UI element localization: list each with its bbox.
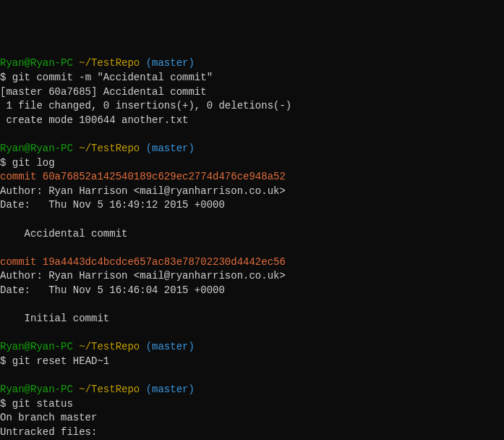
output-line: [master 60a7685] Accidental commit bbox=[0, 86, 207, 98]
commit-message: Accidental commit bbox=[0, 228, 127, 240]
commit-date: Date: Thu Nov 5 16:46:04 2015 +0000 bbox=[0, 284, 225, 296]
prompt-dollar: $ bbox=[0, 355, 6, 367]
prompt-path: ~/TestRepo bbox=[79, 384, 140, 395]
output-line: create mode 100644 another.txt bbox=[0, 114, 188, 126]
prompt-user: Ryan@Ryan-PC bbox=[0, 143, 73, 154]
commit-author: Author: Ryan Harrison <mail@ryanharrison… bbox=[0, 185, 286, 197]
commit-message: Initial commit bbox=[0, 313, 109, 324]
prompt-dollar: $ bbox=[0, 157, 6, 169]
prompt-path: ~/TestRepo bbox=[79, 341, 140, 352]
prompt-user: Ryan@Ryan-PC bbox=[0, 384, 73, 395]
prompt-branch: (master) bbox=[146, 143, 195, 154]
prompt-user: Ryan@Ryan-PC bbox=[0, 341, 73, 352]
status-untracked-header: Untracked files: bbox=[0, 426, 97, 438]
prompt-branch: (master) bbox=[146, 57, 195, 69]
terminal-output: Ryan@Ryan-PC ~/TestRepo (master) $ git c… bbox=[0, 56, 504, 440]
commit-hash: commit 60a76852a142540189c629ec2774d476c… bbox=[0, 171, 286, 182]
prompt-path: ~/TestRepo bbox=[79, 57, 140, 69]
commit-date: Date: Thu Nov 5 16:49:12 2015 +0000 bbox=[0, 199, 225, 211]
status-branch: On branch master bbox=[0, 412, 97, 423]
prompt-dollar: $ bbox=[0, 72, 6, 83]
command-text[interactable]: git commit -m "Accidental commit" bbox=[12, 72, 213, 83]
prompt-dollar: $ bbox=[0, 398, 6, 410]
command-text[interactable]: git reset HEAD~1 bbox=[12, 355, 109, 367]
prompt-user: Ryan@Ryan-PC bbox=[0, 57, 73, 69]
output-line: 1 file changed, 0 insertions(+), 0 delet… bbox=[0, 100, 291, 111]
prompt-path: ~/TestRepo bbox=[79, 143, 140, 154]
prompt-branch: (master) bbox=[146, 384, 195, 395]
commit-hash: commit 19a4443dc4bcdce657ac83e78702230d4… bbox=[0, 256, 286, 268]
commit-author: Author: Ryan Harrison <mail@ryanharrison… bbox=[0, 270, 286, 282]
prompt-branch: (master) bbox=[146, 341, 195, 352]
command-text[interactable]: git status bbox=[12, 398, 73, 410]
command-text[interactable]: git log bbox=[12, 157, 55, 169]
